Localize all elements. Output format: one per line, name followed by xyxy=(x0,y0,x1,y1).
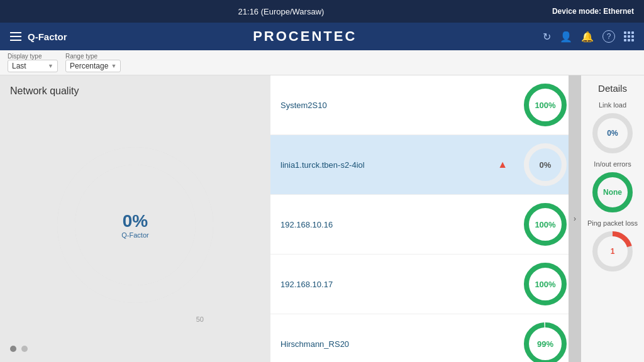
device-name: Hirschmann_RS20 xyxy=(280,339,510,349)
link-load-section: Link load 0% xyxy=(586,101,639,155)
pagination xyxy=(10,346,28,352)
device-gauge: 100% xyxy=(520,259,570,309)
top-bar: 21:16 (Europe/Warsaw) Device mode: Ether… xyxy=(0,0,644,23)
nav-left: Q-Factor xyxy=(10,31,67,42)
inout-errors-gauge: None xyxy=(591,170,635,214)
device-mode-label: Device mode: xyxy=(552,7,601,16)
ping-packet-loss-section: Ping packet loss 1 xyxy=(586,219,639,273)
inout-errors-value: None xyxy=(603,188,622,197)
brand-name: PROCENTEC xyxy=(253,28,357,45)
device-mode-value: Ethernet xyxy=(603,7,634,16)
device-row[interactable]: System2S10 100% xyxy=(270,75,580,135)
donut-scale: 50 xyxy=(196,315,204,323)
display-type-value: Last xyxy=(12,62,26,70)
right-panel: Details Link load 0% In/out errors None xyxy=(581,75,644,362)
warning-icon: ▲ xyxy=(497,159,508,170)
device-row[interactable]: linia1.turck.tben-s2-4iol▲ 0% xyxy=(270,135,580,195)
device-name: 192.168.10.16 xyxy=(280,220,510,229)
device-row[interactable]: 192.168.10.17 100% xyxy=(270,255,580,314)
main-content: Network quality 0% Q-Factor 50 xyxy=(0,75,644,362)
refresh-icon[interactable]: ↻ xyxy=(543,31,551,43)
device-gauge: 0% xyxy=(520,140,570,190)
display-type-select[interactable]: Last ▼ xyxy=(8,60,58,72)
range-type-value: Percentage xyxy=(70,62,108,70)
gauge-value: 99% xyxy=(537,339,553,349)
display-type-label: Display type xyxy=(8,53,58,60)
device-row[interactable]: 192.168.10.16 100% xyxy=(270,195,580,255)
top-bar-device-mode: Device mode: Ethernet xyxy=(552,7,634,16)
donut-center: 0% Q-Factor xyxy=(121,211,148,239)
hamburger-menu[interactable] xyxy=(10,32,21,41)
display-type-group: Display type Last ▼ xyxy=(8,53,58,72)
inout-errors-label: In/out errors xyxy=(594,160,631,168)
help-icon[interactable]: ? xyxy=(602,30,615,43)
range-type-arrow: ▼ xyxy=(111,63,116,69)
pagination-dot-1[interactable] xyxy=(10,346,16,352)
grid-apps-icon[interactable] xyxy=(624,31,634,41)
gauge-value: 100% xyxy=(535,101,555,110)
device-list: System2S10 100% linia1.turck.tben-s2-4io… xyxy=(270,75,581,362)
device-name: linia1.turck.tben-s2-4iol xyxy=(280,160,487,170)
device-row[interactable]: Hirschmann_RS20 99% xyxy=(270,314,580,362)
inout-errors-section: In/out errors None xyxy=(586,160,639,214)
nav-bar: Q-Factor PROCENTEC ↻ 👤 🔔 ? xyxy=(0,23,644,50)
nav-icons: ↻ 👤 🔔 ? xyxy=(543,30,634,43)
controls-row: Display type Last ▼ Range type Percentag… xyxy=(0,50,644,75)
range-type-select[interactable]: Percentage ▼ xyxy=(65,60,121,72)
panel-chevron[interactable]: › xyxy=(569,75,581,362)
pagination-dot-2[interactable] xyxy=(21,346,28,352)
donut-value: 0% xyxy=(121,211,148,231)
device-name: 192.168.10.17 xyxy=(280,280,510,289)
notification-icon[interactable]: 🔔 xyxy=(581,31,594,43)
middle-wrapper: System2S10 100% linia1.turck.tben-s2-4io… xyxy=(270,75,581,362)
donut-container: 0% Q-Factor 50 xyxy=(10,109,260,341)
app-name: Q-Factor xyxy=(28,31,67,42)
top-bar-time: 21:16 (Europe/Warsaw) xyxy=(238,7,325,16)
device-name: System2S10 xyxy=(280,101,510,110)
range-type-label: Range type xyxy=(65,53,121,60)
ping-packet-loss-label: Ping packet loss xyxy=(587,219,638,227)
device-gauge: 99% xyxy=(520,319,570,362)
display-type-arrow: ▼ xyxy=(48,63,53,69)
ping-packet-loss-value: 1 xyxy=(611,247,615,256)
link-load-value: 0% xyxy=(607,129,618,138)
gauge-value: 100% xyxy=(535,280,555,289)
link-load-gauge: 0% xyxy=(591,111,635,155)
details-title: Details xyxy=(598,83,627,94)
user-icon[interactable]: 👤 xyxy=(560,31,572,43)
gauge-value: 100% xyxy=(535,220,555,229)
chevron-icon: › xyxy=(574,214,576,223)
device-gauge: 100% xyxy=(520,199,570,250)
donut-label: Q-Factor xyxy=(121,231,148,239)
left-panel: Network quality 0% Q-Factor 50 xyxy=(0,75,270,362)
gauge-value: 0% xyxy=(540,160,552,170)
range-type-group: Range type Percentage ▼ xyxy=(65,53,121,72)
link-load-label: Link load xyxy=(599,101,626,109)
device-gauge: 100% xyxy=(520,80,570,130)
panel-title: Network quality xyxy=(10,85,79,97)
ping-packet-loss-gauge: 1 xyxy=(591,229,635,273)
